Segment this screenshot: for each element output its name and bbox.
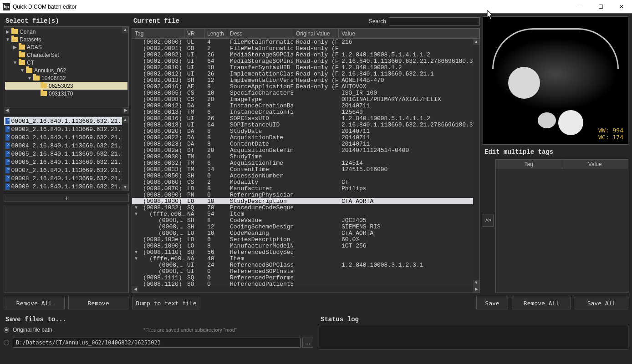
tree-scroll-right[interactable]: ▶ [122,107,129,114]
save-button[interactable]: Save [476,297,508,309]
tag-table[interactable]: Tag VR Length Desc Original Value Value … [132,28,480,293]
tag-row[interactable]: (0008,…UI24ReferencedSOPClassU…1.2.840.1… [132,262,473,268]
tags-scroll-down[interactable]: ▼ [473,280,479,286]
expand-icon[interactable]: ▼ [20,68,25,73]
edit-column-tag[interactable]: Tag [496,160,562,169]
expand-icon[interactable]: ▶ [5,29,10,34]
file-item[interactable]: 00004_2.16.840.1.113669.632.21.27 [4,142,128,150]
tag-row[interactable]: (0008,103e)LO6SeriesDescription60.0% [132,236,473,243]
expand-icon[interactable]: ▼ [12,60,18,65]
tree-scroll-left[interactable]: ◀ [4,107,10,114]
tags-scroll-right[interactable]: ▶ [473,286,479,293]
tag-row[interactable]: (0008,0012)DA8InstanceCreationDate201407… [132,102,473,109]
add-button[interactable]: + [4,194,129,202]
tag-row[interactable]: (0008,…SH8CodeValueJQC2405 [132,217,473,223]
tag-row[interactable]: (0008,0005)CS10SpecificCharacterSetISO_I… [132,90,473,96]
tag-row[interactable]: (0008,0013)TM6InstanceCreationTime125649 [132,109,473,115]
expand-icon[interactable]: ▼ [5,37,10,42]
file-item[interactable]: 00006_2.16.840.1.113669.632.21.27 [4,158,128,166]
tag-row[interactable]: (0008,…LO10CodeMeaningCTA AORTA [132,230,473,236]
file-item[interactable]: 00009_2.16.840.1.113669.632.21.27 [4,182,128,191]
tag-row[interactable]: (0008,0022)DA8AcquisitionDate20140711 [132,134,473,141]
dump-button[interactable]: Dump to text file [132,297,200,309]
save-path-input[interactable] [13,338,301,348]
tag-row[interactable]: (0002,0003)UI64MediaStorageSOPInst…Read-… [132,58,473,64]
close-button[interactable]: ✕ [611,0,632,14]
remove-button[interactable]: Remove [68,297,128,309]
tag-row[interactable]: (0008,0090)PN0ReferringPhysicianN… [132,192,473,198]
tag-row[interactable]: (0008,0018)UI64SOPInstanceUID2.16.840.1.… [132,121,473,128]
tag-row[interactable]: (0008,0008)CS28ImageTypeORIGINAL/PRIMARY… [132,96,473,102]
tree-hscroll[interactable]: ◀ ▶ [4,107,129,114]
tag-row[interactable]: (0008,002a)DT20AcquisitionDateTime201407… [132,147,473,153]
column-vr[interactable]: VR [184,29,204,39]
tag-row[interactable]: ▼(0008,1032)SQ70ProcedureCodeSequen… [132,204,473,211]
tree-item[interactable]: ▼Datasets [5,35,127,43]
tag-row[interactable]: (0008,0032)TM6AcquisitionTime124514 [132,160,473,166]
expand-icon[interactable]: ▼ [132,212,140,217]
tree-item[interactable]: ▼Annulus_062 [5,66,127,74]
expand-icon[interactable]: ▼ [27,76,32,81]
tag-row[interactable]: (0008,0033)TM14ContentTime124515.016000 [132,166,473,172]
tree-item[interactable]: ▼CT [5,59,127,66]
tree-item[interactable]: ▶Conan [5,28,127,35]
tree-item[interactable]: CharacterSet [5,51,127,59]
tag-row[interactable]: (0008,…SH12CodingSchemeDesigna…SIEMENS_R… [132,223,473,230]
tree-item[interactable]: ▼10406832 [5,74,127,82]
radio-custom-path[interactable] [4,340,9,345]
tag-row[interactable]: (0008,1030)LO10StudyDescriptionCTA AORTA [132,198,473,204]
tag-row[interactable]: ▼(fffe,e00…NA54Item [132,211,473,217]
tag-row[interactable]: (0002,0001)OB2FileMetaInformation…Read-o… [132,45,473,51]
tag-row[interactable]: (0008,0050)SH0AccessionNumber [132,172,473,179]
remove-all-button[interactable]: Remove All [4,297,65,309]
browse-button[interactable]: … [302,338,313,348]
remove-all-tags-button[interactable]: Remove All [512,297,571,309]
expand-icon[interactable]: ▼ [132,250,140,255]
tag-row[interactable]: ▼(0008,1110)SQ56ReferencedStudySequ… [132,249,473,255]
tag-row[interactable]: (0002,0013)SH12ImplementationVersi…Read-… [132,77,473,83]
file-item[interactable]: 00007_2.16.840.1.113669.632.21.27 [4,166,128,174]
tag-row[interactable]: (0008,1120)SQ0ReferencedPatientSe… [132,281,473,286]
tree-item[interactable]: 06253023 [5,82,127,90]
file-item[interactable]: 00003_2.16.840.1.113669.632.21.27 [4,133,128,142]
maximize-button[interactable]: ☐ [590,0,611,14]
file-item[interactable]: 00008_2.16.840.1.113669.632.21.27 [4,174,128,182]
expand-icon[interactable]: ▼ [132,205,140,210]
tag-row[interactable]: (0008,0016)UI26SOPClassUID1.2.840.10008.… [132,115,473,121]
files-scroll-down[interactable]: ▼ [122,184,128,191]
column-original-value[interactable]: Original Value [293,29,339,39]
tag-row[interactable]: (0002,0010)UI18TransferSyntaxUIDRead-onl… [132,64,473,71]
tag-row[interactable]: (0002,0000)UL4FileMetaInformation…Read-o… [132,39,473,45]
file-item[interactable]: 00002_2.16.840.1.113669.632.21.27 [4,125,128,133]
tags-scroll-up[interactable]: ▲ [473,39,479,45]
notes-box[interactable] [4,205,129,293]
expand-icon[interactable]: ▶ [12,45,18,50]
edit-tags-table[interactable]: Tag Value [495,159,628,293]
edit-column-value[interactable]: Value [562,160,628,169]
tag-row[interactable]: (0008,0060)CS2ModalityCT [132,179,473,185]
tag-row[interactable]: (0008,…UI0ReferencedSOPInstan… [132,268,473,274]
tag-row[interactable]: (0002,0016)AE8SourceApplicationEn…Read-o… [132,83,473,90]
column-tag[interactable]: Tag [132,29,184,39]
tag-row[interactable]: (0008,0070)LO8ManufacturerPhilips [132,185,473,192]
expand-icon[interactable]: ▼ [132,256,140,261]
file-item[interactable]: 00001_2.16.840.1.113669.632.21.27 [4,117,128,125]
tree-item[interactable]: 09313170 [5,90,127,97]
tag-row[interactable]: (0008,0023)DA8ContentDate20140711 [132,141,473,147]
tag-row[interactable]: (0008,1090)LO8ManufacturerModelNa…iCT 25… [132,243,473,249]
move-right-button[interactable]: >> [483,214,494,227]
tag-row[interactable]: (0008,0030)TM0StudyTime [132,153,473,160]
column-desc[interactable]: Desc [227,29,293,39]
search-input[interactable] [389,17,480,25]
save-all-button[interactable]: Save All [575,297,628,309]
file-list[interactable]: 00001_2.16.840.1.113669.632.21.2700002_2… [4,116,129,191]
column-length[interactable]: Length [204,29,227,39]
minimize-button[interactable]: ─ [569,0,590,14]
folder-tree[interactable]: ▲ ▶Conan▼Datasets▶ADASCharacterSet▼CT▼An… [4,26,129,107]
tag-row[interactable]: (0002,0002)UI26MediaStorageSOPClas…Read-… [132,51,473,58]
image-preview[interactable]: WW: 994 WC: 174 [483,16,628,145]
files-scroll-up[interactable]: ▲ [122,117,128,123]
tree-item[interactable]: ▶ADAS [5,43,127,51]
file-item[interactable]: 00005_2.16.840.1.113669.632.21.27 [4,150,128,158]
tree-scroll-up[interactable]: ▲ [122,27,128,33]
